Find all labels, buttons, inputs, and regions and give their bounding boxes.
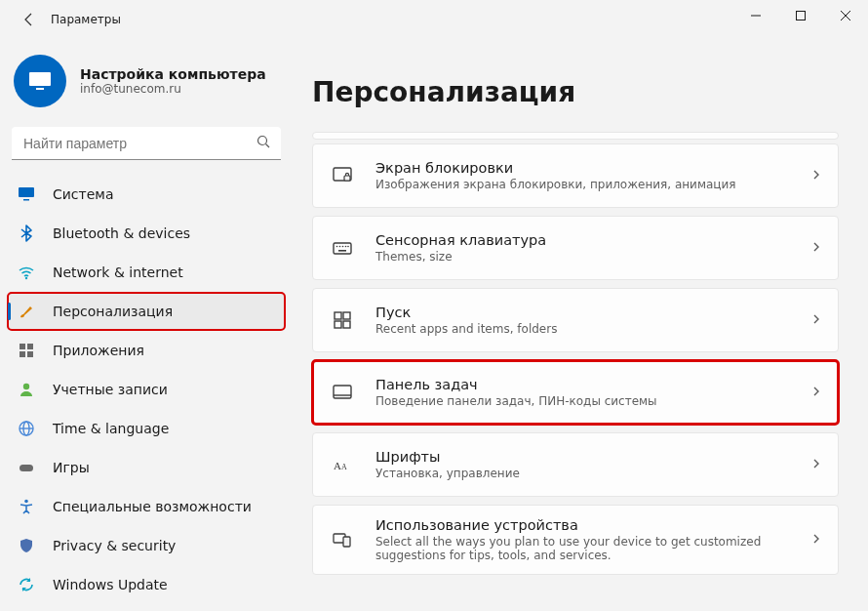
card-usage[interactable]: Использование устройстваSelect all the w… xyxy=(312,505,839,575)
sidebar-item-privacy[interactable]: Privacy & security xyxy=(8,527,285,564)
shield-icon xyxy=(18,537,35,554)
search-icon xyxy=(256,135,271,152)
brush-icon xyxy=(18,303,35,320)
arrow-left-icon xyxy=(21,12,37,27)
sidebar-item-label: Windows Update xyxy=(53,577,168,592)
taskbar-icon xyxy=(331,382,354,403)
search-input[interactable] xyxy=(12,127,281,160)
card-title: Сенсорная клавиатура xyxy=(375,232,801,248)
sidebar-item-label: Персонализация xyxy=(53,304,173,319)
card-body: Использование устройстваSelect all the w… xyxy=(375,517,801,562)
card-body: Сенсорная клавиатураThemes, size xyxy=(375,232,801,264)
sidebar-item-label: Time & language xyxy=(53,421,169,436)
chevron-right-icon xyxy=(810,168,822,183)
page-title: Персонализация xyxy=(312,76,839,108)
sidebar-item-label: Network & internet xyxy=(53,265,183,280)
accessibility-icon xyxy=(18,498,35,515)
sidebar-item-label: Специальные возможности xyxy=(53,499,252,514)
sidebar-item-bluetooth[interactable]: Bluetooth & devices xyxy=(8,215,285,252)
card-body: Панель задачПоведение панели задач, ПИН-… xyxy=(375,377,801,408)
chevron-right-icon xyxy=(810,312,822,328)
sidebar-item-label: Приложения xyxy=(53,343,144,358)
nav-list: СистемаBluetooth & devicesNetwork & inte… xyxy=(8,176,285,603)
svg-rect-2 xyxy=(29,72,51,86)
chevron-right-icon xyxy=(810,385,822,400)
start-icon xyxy=(331,309,354,331)
settings-window: Параметры Настройка компьютера info@tun xyxy=(0,0,868,611)
svg-point-4 xyxy=(258,137,267,145)
card-stub[interactable] xyxy=(312,132,839,140)
card-lock[interactable]: Экран блокировкиИзображения экрана блоки… xyxy=(312,143,839,208)
sidebar: Настройка компьютера info@tunecom.ru Сис… xyxy=(0,39,293,611)
close-button[interactable] xyxy=(823,0,868,31)
sidebar-item-label: Учетные записи xyxy=(53,382,168,397)
chevron-right-icon xyxy=(810,240,822,256)
back-button[interactable] xyxy=(12,2,47,37)
sidebar-item-label: Bluetooth & devices xyxy=(53,225,190,241)
maximize-button[interactable] xyxy=(778,0,823,31)
card-title: Пуск xyxy=(375,305,801,320)
card-subtitle: Поведение панели задач, ПИН-коды системы xyxy=(375,394,801,408)
card-title: Панель задач xyxy=(375,377,801,392)
sidebar-item-network[interactable]: Network & internet xyxy=(8,254,285,291)
svg-rect-1 xyxy=(797,12,806,20)
svg-rect-3 xyxy=(36,88,44,90)
card-subtitle: Recent apps and items, folders xyxy=(375,322,801,336)
sidebar-item-label: Privacy & security xyxy=(53,538,176,553)
sidebar-item-personalize[interactable]: Персонализация xyxy=(8,293,285,330)
keyboard-icon xyxy=(331,237,354,259)
fonts-icon xyxy=(331,454,354,475)
gamepad-icon xyxy=(18,459,35,476)
wifi-icon xyxy=(18,264,35,281)
sidebar-item-gaming[interactable]: Игры xyxy=(8,449,285,486)
card-body: ПускRecent apps and items, folders xyxy=(375,305,801,336)
card-body: Экран блокировкиИзображения экрана блоки… xyxy=(375,160,801,191)
search-box xyxy=(12,127,281,160)
window-title: Параметры xyxy=(51,13,121,26)
sidebar-item-label: Игры xyxy=(53,460,90,475)
bluetooth-icon xyxy=(18,224,35,242)
main-pane: Персонализация Экран блокировкиИзображен… xyxy=(293,39,868,611)
sidebar-item-accounts[interactable]: Учетные записи xyxy=(8,371,285,408)
grid-icon xyxy=(18,342,35,359)
account-text: Настройка компьютера info@tunecom.ru xyxy=(80,66,266,96)
sidebar-item-time[interactable]: Time & language xyxy=(8,410,285,447)
card-body: ШрифтыУстановка, управление xyxy=(375,449,801,480)
window-controls xyxy=(733,0,868,31)
card-start[interactable]: ПускRecent apps and items, folders xyxy=(312,288,839,352)
card-fonts[interactable]: ШрифтыУстановка, управление xyxy=(312,432,839,497)
refresh-icon xyxy=(18,576,35,593)
globe-icon xyxy=(18,420,35,437)
close-icon xyxy=(841,11,850,20)
sidebar-item-label: Система xyxy=(53,186,113,202)
account-email: info@tunecom.ru xyxy=(80,82,266,96)
account-block[interactable]: Настройка компьютера info@tunecom.ru xyxy=(8,39,285,127)
sidebar-item-update[interactable]: Windows Update xyxy=(8,566,285,603)
maximize-icon xyxy=(796,11,806,20)
sidebar-item-system[interactable]: Система xyxy=(8,176,285,213)
avatar xyxy=(14,55,66,107)
svg-line-5 xyxy=(266,144,270,148)
minimize-button[interactable] xyxy=(733,0,778,31)
chevron-right-icon xyxy=(810,457,822,472)
card-title: Шрифты xyxy=(375,449,801,465)
sidebar-item-accessibility[interactable]: Специальные возможности xyxy=(8,488,285,525)
card-subtitle: Themes, size xyxy=(375,250,801,264)
minimize-icon xyxy=(751,11,761,20)
card-list: Экран блокировкиИзображения экрана блоки… xyxy=(312,132,839,575)
card-title: Использование устройства xyxy=(375,517,801,533)
monitor-icon xyxy=(18,185,35,203)
usage-icon xyxy=(331,529,354,550)
card-taskbar[interactable]: Панель задачПоведение панели задач, ПИН-… xyxy=(312,360,839,425)
sidebar-item-apps[interactable]: Приложения xyxy=(8,332,285,369)
card-subtitle: Установка, управление xyxy=(375,467,801,480)
titlebar: Параметры xyxy=(0,0,868,39)
card-title: Экран блокировки xyxy=(375,160,801,176)
card-subtitle: Select all the ways you plan to use your… xyxy=(375,535,801,562)
card-touchkb[interactable]: Сенсорная клавиатураThemes, size xyxy=(312,216,839,280)
lockscreen-icon xyxy=(331,165,354,186)
chevron-right-icon xyxy=(810,532,822,548)
person-icon xyxy=(18,381,35,398)
desktop-icon xyxy=(26,67,54,95)
account-name: Настройка компьютера xyxy=(80,66,266,82)
